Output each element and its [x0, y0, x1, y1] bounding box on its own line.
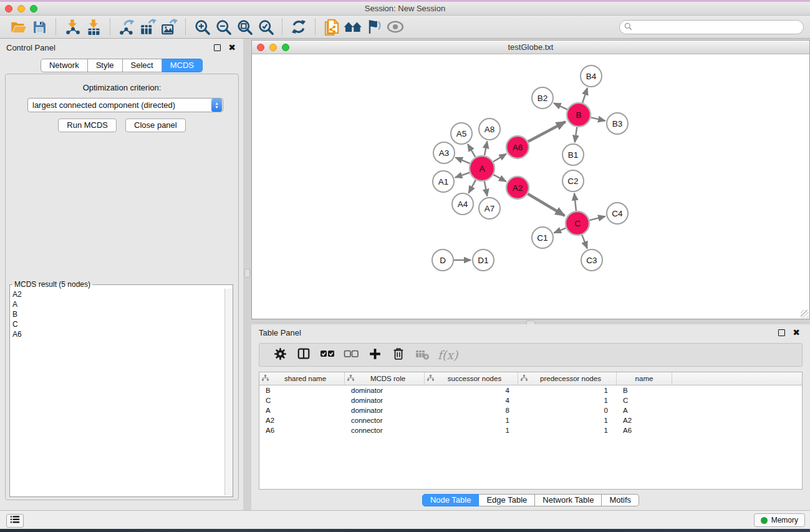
network-node-A8[interactable]: A8: [479, 118, 500, 140]
mcds-result-item[interactable]: A: [12, 299, 224, 309]
table-row[interactable]: A6connector11A6: [259, 425, 802, 435]
delete-columns-button[interactable]: [387, 345, 410, 365]
close-table-panel-button[interactable]: ✖: [791, 327, 801, 337]
network-node-B4[interactable]: B4: [581, 65, 602, 87]
zoom-network-button[interactable]: [282, 44, 289, 51]
network-edge[interactable]: [582, 88, 587, 103]
network-node-A[interactable]: A: [470, 156, 494, 181]
tab-network-table[interactable]: Network Table: [535, 494, 602, 506]
refresh-view-button[interactable]: [288, 17, 309, 36]
network-edge[interactable]: [574, 193, 576, 211]
network-node-A6[interactable]: A6: [506, 136, 529, 158]
tab-motifs[interactable]: Motifs: [602, 494, 639, 506]
network-edge[interactable]: [582, 235, 587, 249]
network-edge[interactable]: [469, 180, 476, 193]
table-settings-button[interactable]: [268, 345, 292, 365]
column-header-MCDS-role[interactable]: MCDS role: [345, 372, 425, 385]
float-panel-button[interactable]: [212, 42, 222, 52]
window-resize-grip[interactable]: [801, 310, 809, 318]
network-node-B2[interactable]: B2: [532, 87, 553, 109]
mcds-result-item[interactable]: A6: [12, 329, 224, 339]
export-image-button[interactable]: [158, 17, 180, 36]
network-node-A7[interactable]: A7: [479, 198, 500, 219]
network-edge[interactable]: [589, 216, 605, 220]
network-edge[interactable]: [455, 173, 470, 178]
network-edge[interactable]: [468, 144, 475, 157]
vertical-splitter-handle[interactable]: [244, 269, 250, 278]
network-node-A5[interactable]: A5: [451, 123, 472, 144]
network-edge[interactable]: [528, 122, 566, 142]
network-node-A3[interactable]: A3: [433, 142, 455, 163]
tab-select[interactable]: Select: [123, 59, 162, 72]
network-edge[interactable]: [456, 158, 470, 163]
select-all-columns-button[interactable]: [316, 345, 339, 365]
import-network-button[interactable]: [62, 17, 83, 36]
network-edge[interactable]: [528, 194, 564, 216]
tab-style[interactable]: Style: [88, 59, 123, 72]
export-table-button[interactable]: [137, 17, 158, 36]
mcds-result-item[interactable]: A2: [12, 289, 224, 299]
open-session-button[interactable]: [7, 17, 29, 36]
column-header-predecessor-nodes[interactable]: predecessor nodes: [518, 372, 617, 385]
deselect-all-columns-button[interactable]: [339, 345, 363, 365]
zoom-selected-button[interactable]: [255, 17, 276, 36]
close-network-button[interactable]: [257, 44, 264, 51]
network-edge[interactable]: [554, 228, 566, 233]
network-node-A2[interactable]: A2: [506, 177, 529, 199]
column-header-shared-name[interactable]: shared name: [259, 372, 345, 385]
search-input[interactable]: [635, 23, 803, 32]
mcds-result-item[interactable]: C: [12, 319, 224, 329]
network-edge[interactable]: [493, 175, 506, 181]
show-column-panel-button[interactable]: [292, 345, 316, 365]
column-header-name[interactable]: name: [617, 372, 672, 385]
save-session-button[interactable]: [29, 17, 50, 36]
network-edge[interactable]: [575, 127, 577, 142]
home-view-button[interactable]: [342, 17, 364, 36]
create-column-button[interactable]: [363, 345, 387, 365]
network-node-C4[interactable]: C4: [607, 203, 628, 224]
table-row[interactable]: Bdominator41B: [259, 385, 802, 395]
tab-edge-table[interactable]: Edge Table: [479, 494, 535, 506]
minimize-network-button[interactable]: [269, 44, 277, 51]
network-node-B[interactable]: B: [567, 103, 591, 127]
network-node-C1[interactable]: C1: [532, 227, 553, 248]
network-edge[interactable]: [554, 103, 567, 109]
network-node-B3[interactable]: B3: [607, 113, 628, 134]
function-builder-button[interactable]: f(x): [434, 345, 458, 365]
close-panel-button-mcds[interactable]: Close panel: [125, 118, 186, 132]
close-panel-button[interactable]: ✖: [227, 42, 237, 52]
network-edge[interactable]: [485, 142, 487, 156]
network-node-B1[interactable]: B1: [562, 144, 584, 165]
import-table-button[interactable]: [83, 17, 104, 36]
float-table-panel-button[interactable]: [776, 327, 786, 337]
zoom-in-button[interactable]: [191, 17, 213, 36]
zoom-fit-button[interactable]: [234, 17, 255, 36]
task-history-button[interactable]: [6, 514, 24, 528]
table-row[interactable]: Cdominator41C: [259, 395, 802, 405]
network-node-D[interactable]: D: [432, 249, 453, 271]
tab-mcds[interactable]: MCDS: [162, 59, 203, 72]
memory-button[interactable]: Memory: [754, 513, 805, 527]
run-mcds-button[interactable]: Run MCDS: [58, 118, 117, 132]
mcds-result-item[interactable]: B: [12, 309, 224, 319]
mcds-list-scrollbar[interactable]: [224, 289, 233, 495]
network-node-A4[interactable]: A4: [452, 193, 473, 215]
network-node-C2[interactable]: C2: [562, 170, 584, 191]
table-row[interactable]: Adominator80A: [259, 405, 802, 415]
zoom-out-button[interactable]: [213, 17, 234, 36]
network-canvas[interactable]: AA1A2A3A4A5A6A7A8BB1B2B3B4CC1C2C3C4DD1: [251, 54, 810, 319]
network-node-C[interactable]: C: [566, 211, 589, 235]
export-network-button[interactable]: [116, 17, 137, 36]
network-node-D1[interactable]: D1: [473, 249, 494, 271]
criterion-dropdown[interactable]: largest connected component (directed) ▲…: [27, 98, 223, 112]
network-node-A1[interactable]: A1: [433, 171, 454, 192]
graphics-details-button[interactable]: [364, 17, 385, 36]
tab-node-table[interactable]: Node Table: [422, 494, 480, 506]
network-node-C3[interactable]: C3: [581, 249, 602, 271]
table-row[interactable]: A2connector11A2: [259, 415, 802, 425]
column-header-successor-nodes[interactable]: successor nodes: [425, 372, 518, 385]
clone-network-button[interactable]: [321, 17, 342, 36]
network-edge[interactable]: [493, 154, 506, 162]
show-hide-eye-button[interactable]: [385, 17, 406, 36]
delete-table-button[interactable]: [410, 345, 434, 365]
